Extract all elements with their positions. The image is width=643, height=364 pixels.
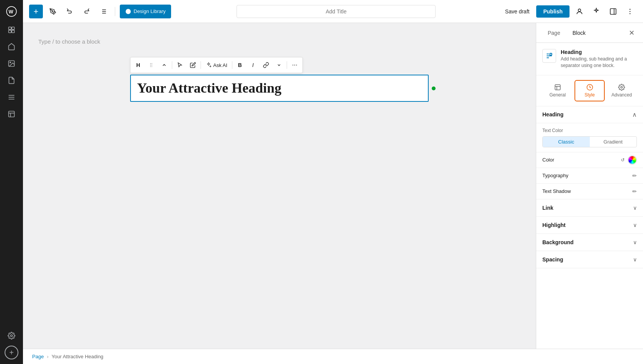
svg-point-37 — [296, 65, 297, 65]
svg-rect-39 — [555, 85, 560, 90]
block-name: Heading — [561, 49, 637, 55]
heading-section-header[interactable]: Heading ∧ — [536, 106, 643, 123]
heading-text: Your Attractive Heading — [137, 80, 422, 96]
svg-text:W: W — [8, 9, 13, 15]
more-block-options-button[interactable] — [289, 59, 301, 71]
color-row: Color ↺ — [536, 152, 643, 168]
add-block-icon[interactable] — [5, 23, 18, 37]
link-button[interactable] — [260, 59, 272, 71]
svg-point-28 — [630, 13, 631, 14]
drag-handle-button[interactable] — [145, 59, 157, 71]
breadcrumb-current: Your Attractive Heading — [52, 354, 103, 359]
templates-icon[interactable] — [5, 107, 18, 121]
gradient-toggle-button[interactable]: Gradient — [590, 137, 637, 147]
bold-button[interactable]: B — [234, 59, 246, 71]
spacing-section-chevron: ∨ — [633, 256, 637, 263]
block-toolbar-container: H — [130, 57, 429, 102]
ask-ai-button[interactable]: Ask AI — [202, 60, 230, 70]
svg-point-14 — [11, 335, 13, 337]
block-info: Heading Add heading, sub heading and a s… — [536, 43, 643, 75]
save-draft-button[interactable]: Save draft — [501, 6, 534, 17]
redo-button[interactable] — [80, 5, 93, 18]
text-shadow-controls: ✏ — [632, 188, 637, 194]
heading-type-button[interactable]: H — [132, 59, 144, 71]
dashboard-icon[interactable] — [5, 40, 18, 54]
svg-point-35 — [292, 65, 293, 65]
list-view-button[interactable] — [96, 5, 110, 18]
background-section-title: Background — [542, 239, 574, 245]
color-swatch[interactable] — [628, 155, 637, 165]
undo-button[interactable] — [63, 5, 77, 18]
background-section-header[interactable]: Background ∨ — [536, 234, 643, 251]
svg-point-29 — [150, 63, 151, 64]
edit-button[interactable] — [187, 59, 199, 71]
patterns-icon[interactable] — [5, 90, 18, 104]
svg-rect-24 — [610, 8, 616, 14]
block-toolbar: H — [130, 57, 303, 73]
tab-block[interactable]: Block — [567, 28, 591, 38]
design-library-button[interactable]: Design Library — [120, 5, 171, 18]
close-sidebar-button[interactable]: ✕ — [626, 28, 637, 38]
media-icon[interactable] — [5, 57, 18, 70]
text-color-section: Text Color Classic Gradient — [536, 123, 643, 152]
text-shadow-edit-icon[interactable]: ✏ — [632, 188, 637, 194]
page-block-tabs: Page Block ✕ — [536, 23, 643, 43]
breadcrumb-page-link[interactable]: Page — [32, 354, 44, 359]
tab-page[interactable]: Page — [542, 28, 566, 38]
tab-group: Page Block — [542, 28, 591, 38]
selection-dot — [432, 87, 436, 90]
tab-general[interactable]: General — [542, 80, 573, 101]
link-section-title: Link — [542, 205, 553, 211]
ai-button[interactable] — [589, 5, 603, 18]
color-controls: ↺ — [621, 155, 637, 165]
settings-sidebar-icon[interactable] — [5, 329, 18, 343]
svg-point-33 — [150, 66, 151, 67]
svg-point-27 — [630, 11, 631, 12]
block-text: Heading Add heading, sub heading and a s… — [561, 49, 637, 69]
link-section-header[interactable]: Link ∨ — [536, 199, 643, 216]
more-options-button[interactable] — [623, 5, 637, 18]
tools-button[interactable] — [46, 5, 60, 18]
highlight-section-chevron: ∨ — [633, 222, 637, 228]
svg-point-15 — [52, 10, 53, 11]
typography-edit-icon[interactable]: ✏ — [632, 173, 637, 179]
text-color-label: Text Color — [542, 128, 637, 133]
avatar-button[interactable] — [573, 5, 586, 18]
move-button[interactable] — [158, 59, 170, 71]
link-section-chevron: ∨ — [633, 205, 637, 211]
highlight-section-title: Highlight — [542, 222, 566, 228]
background-section-chevron: ∨ — [633, 239, 637, 245]
block-icon — [542, 49, 556, 63]
italic-button[interactable]: I — [247, 59, 259, 71]
add-new-icon[interactable]: + — [5, 346, 18, 359]
tab-advanced[interactable]: Advanced — [606, 80, 637, 101]
publish-button[interactable]: Publish — [536, 5, 570, 18]
editor-area: Type / to choose a block H — [23, 23, 536, 349]
svg-rect-11 — [9, 111, 15, 117]
highlight-section-header[interactable]: Highlight ∨ — [536, 217, 643, 233]
svg-rect-5 — [12, 30, 15, 33]
style-tabs: General Style Advanced — [536, 75, 643, 106]
heading-section-title: Heading — [542, 111, 563, 118]
text-shadow-row[interactable]: Text Shadow ✏ — [536, 184, 643, 199]
typography-row[interactable]: Typography ✏ — [536, 168, 643, 184]
tab-general-label: General — [549, 92, 566, 98]
svg-point-30 — [152, 63, 152, 64]
svg-point-40 — [621, 86, 623, 88]
svg-point-7 — [10, 62, 11, 63]
tab-style[interactable]: Style — [574, 80, 605, 101]
color-clear-button[interactable]: ↺ — [621, 157, 625, 163]
add-title-input[interactable] — [237, 5, 436, 18]
heading-block[interactable]: Your Attractive Heading — [130, 75, 429, 102]
typography-controls: ✏ — [632, 173, 637, 179]
select-button[interactable] — [174, 59, 186, 71]
spacing-section-header[interactable]: Spacing ∨ — [536, 251, 643, 268]
link-dropdown-button[interactable] — [273, 59, 285, 71]
wp-logo-icon[interactable]: W — [5, 5, 18, 18]
svg-rect-4 — [9, 30, 11, 33]
main-area: Design Library Save draft Publish — [23, 0, 643, 364]
sidebar-toggle-button[interactable] — [606, 5, 620, 18]
pages-icon[interactable] — [5, 73, 18, 87]
classic-toggle-button[interactable]: Classic — [543, 137, 590, 147]
add-block-button[interactable] — [29, 5, 43, 18]
